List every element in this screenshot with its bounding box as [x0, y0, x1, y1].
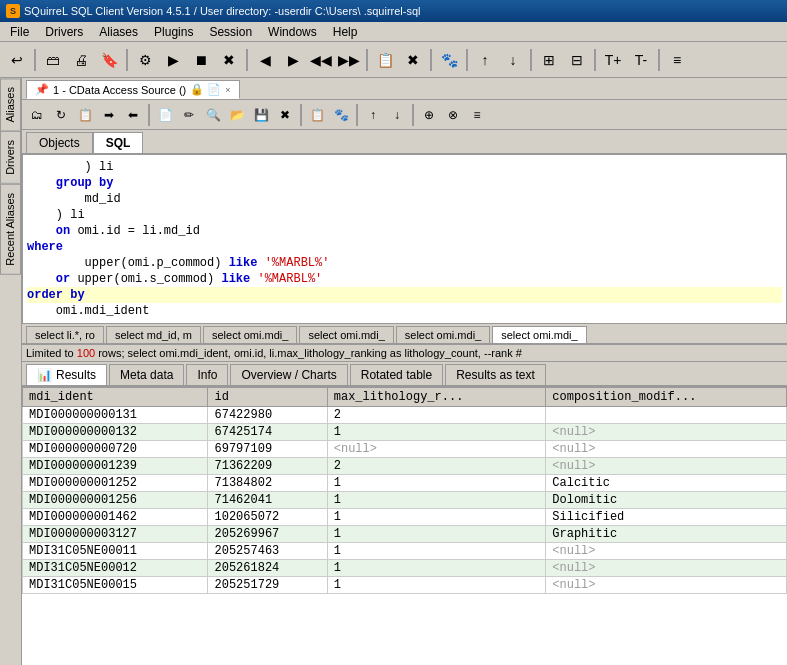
col-header-max[interactable]: max_lithology_r...	[327, 388, 546, 407]
aliases-panel-tab[interactable]: Aliases	[0, 78, 21, 131]
toolbar-btn-7[interactable]: ⏹	[188, 47, 214, 73]
inner-btn-14[interactable]: ↑	[362, 104, 384, 126]
toolbar-btn-12[interactable]: ▶▶	[336, 47, 362, 73]
menu-windows[interactable]: Windows	[260, 23, 325, 41]
inner-btn-3[interactable]: 📋	[74, 104, 96, 126]
query-tab-5[interactable]: select omi.mdi_	[492, 326, 586, 343]
status-bar: Limited to 100 rows; select omi.mdi_iden…	[22, 344, 787, 362]
col-header-comp[interactable]: composition_modif...	[546, 388, 787, 407]
sql-editor[interactable]: ) li group by md_id ) li on omi.id = li.…	[22, 154, 787, 324]
toolbar-btn-18[interactable]: ⊞	[536, 47, 562, 73]
menu-help[interactable]: Help	[325, 23, 366, 41]
inner-btn-10[interactable]: 💾	[250, 104, 272, 126]
col-header-id[interactable]: id	[208, 388, 327, 407]
tab-sql[interactable]: SQL	[93, 132, 144, 153]
toolbar-sep-2	[126, 49, 128, 71]
toolbar-btn-17[interactable]: ↓	[500, 47, 526, 73]
conn-tab-label: 1 - CData Access Source ()	[53, 84, 186, 96]
tab-objects[interactable]: Objects	[26, 132, 93, 153]
inner-btn-12[interactable]: 📋	[306, 104, 328, 126]
results-area: 📊 Results Meta data Info Overview / Char…	[22, 362, 787, 665]
toolbar-btn-5[interactable]: ⚙	[132, 47, 158, 73]
sql-line-1: ) li	[27, 159, 782, 175]
sql-line-10: omi.mdi_ident	[27, 303, 782, 319]
toolbar-btn-4[interactable]: 🔖	[96, 47, 122, 73]
toolbar-btn-10[interactable]: ▶	[280, 47, 306, 73]
inner-btn-16[interactable]: ⊕	[418, 104, 440, 126]
toolbar-btn-8[interactable]: ✖	[216, 47, 242, 73]
inner-btn-1[interactable]: 🗂	[26, 104, 48, 126]
table-row: MDI00000000072069797109<null><null>	[23, 441, 787, 458]
menu-file[interactable]: File	[2, 23, 37, 41]
inner-btn-4[interactable]: ➡	[98, 104, 120, 126]
table-row: MDI000000001239713622092<null>	[23, 458, 787, 475]
query-tab-2[interactable]: select omi.mdi_	[203, 326, 297, 343]
toolbar-sep-5	[430, 49, 432, 71]
toolbar-btn-13[interactable]: 📋	[372, 47, 398, 73]
toolbar-btn-3[interactable]: 🖨	[68, 47, 94, 73]
drivers-panel-tab[interactable]: Drivers	[0, 131, 21, 184]
toolbar-btn-15[interactable]: 🐾	[436, 47, 462, 73]
results-tab-4[interactable]: Rotated table	[350, 364, 443, 385]
toolbar-btn-19[interactable]: ⊟	[564, 47, 590, 73]
conn-tab-icons: 🔒 📄	[190, 83, 221, 96]
inner-btn-11[interactable]: ✖	[274, 104, 296, 126]
toolbar-btn-22[interactable]: ≡	[664, 47, 690, 73]
recent-aliases-panel-tab[interactable]: Recent Aliases	[0, 184, 21, 275]
results-tab-0[interactable]: 📊 Results	[26, 364, 107, 385]
results-table: mdi_ident id max_lithology_r... composit…	[22, 387, 787, 594]
menu-session[interactable]: Session	[201, 23, 260, 41]
table-row: MDI31C05NE000122052618241<null>	[23, 560, 787, 577]
menu-aliases[interactable]: Aliases	[91, 23, 146, 41]
query-tab-4[interactable]: select omi.mdi_	[396, 326, 490, 343]
toolbar-btn-14[interactable]: ✖	[400, 47, 426, 73]
toolbar-btn-1[interactable]: ↩	[4, 47, 30, 73]
toolbar-btn-20[interactable]: T+	[600, 47, 626, 73]
table-row: MDI31C05NE000112052574631<null>	[23, 543, 787, 560]
title-bar: S SQuirreL SQL Client Version 4.5.1 / Us…	[0, 0, 787, 22]
conn-tab-1[interactable]: 📌 1 - CData Access Source () 🔒 📄 ×	[26, 80, 240, 99]
query-tabs: select li.*, ro select md_id, m select o…	[22, 324, 787, 344]
inner-toolbar: 🗂 ↻ 📋 ➡ ⬅ 📄 ✏ 🔍 📂 💾 ✖ 📋 🐾 ↑ ↓ ⊕ ⊗ ≡	[22, 100, 787, 130]
inner-sep-4	[412, 104, 414, 126]
inner-btn-9[interactable]: 📂	[226, 104, 248, 126]
query-tab-1[interactable]: select md_id, m	[106, 326, 201, 343]
inner-btn-2[interactable]: ↻	[50, 104, 72, 126]
conn-tab-pin: 📌	[35, 83, 49, 96]
results-tab-5[interactable]: Results as text	[445, 364, 546, 385]
toolbar-btn-6[interactable]: ▶	[160, 47, 186, 73]
title-text: SQuirreL SQL Client Version 4.5.1 / User…	[24, 5, 421, 17]
inner-btn-8[interactable]: 🔍	[202, 104, 224, 126]
query-tab-0[interactable]: select li.*, ro	[26, 326, 104, 343]
toolbar-btn-16[interactable]: ↑	[472, 47, 498, 73]
toolbar-sep-8	[594, 49, 596, 71]
sql-line-7: upper(omi.p_commod) like '%MARBL%'	[27, 255, 782, 271]
inner-btn-18[interactable]: ≡	[466, 104, 488, 126]
main-toolbar: ↩ 🗃 🖨 🔖 ⚙ ▶ ⏹ ✖ ◀ ▶ ◀◀ ▶▶ 📋 ✖ 🐾 ↑ ↓ ⊞ ⊟ …	[0, 42, 787, 78]
results-tab-3[interactable]: Overview / Charts	[230, 364, 347, 385]
toolbar-btn-2[interactable]: 🗃	[40, 47, 66, 73]
inner-btn-5[interactable]: ⬅	[122, 104, 144, 126]
results-tab-2[interactable]: Info	[186, 364, 228, 385]
toolbar-btn-9[interactable]: ◀	[252, 47, 278, 73]
inner-btn-17[interactable]: ⊗	[442, 104, 464, 126]
toolbar-btn-21[interactable]: T-	[628, 47, 654, 73]
table-row: MDI000000000131674229802	[23, 407, 787, 424]
inner-sep-3	[356, 104, 358, 126]
table-icon: 📊	[37, 368, 52, 382]
results-tab-1[interactable]: Meta data	[109, 364, 184, 385]
toolbar-sep-9	[658, 49, 660, 71]
inner-btn-7[interactable]: ✏	[178, 104, 200, 126]
inner-btn-6[interactable]: 📄	[154, 104, 176, 126]
menu-plugins[interactable]: Plugins	[146, 23, 201, 41]
content-area: 📌 1 - CData Access Source () 🔒 📄 × 🗂 ↻ 📋…	[22, 78, 787, 665]
inner-btn-15[interactable]: ↓	[386, 104, 408, 126]
toolbar-sep-7	[530, 49, 532, 71]
col-header-mdi-ident[interactable]: mdi_ident	[23, 388, 208, 407]
query-tab-3[interactable]: select omi.mdi_	[299, 326, 393, 343]
menu-drivers[interactable]: Drivers	[37, 23, 91, 41]
toolbar-btn-11[interactable]: ◀◀	[308, 47, 334, 73]
conn-tab-close[interactable]: ×	[225, 85, 230, 95]
table-row: MDI31C05NE000152052517291<null>	[23, 577, 787, 594]
inner-btn-13[interactable]: 🐾	[330, 104, 352, 126]
